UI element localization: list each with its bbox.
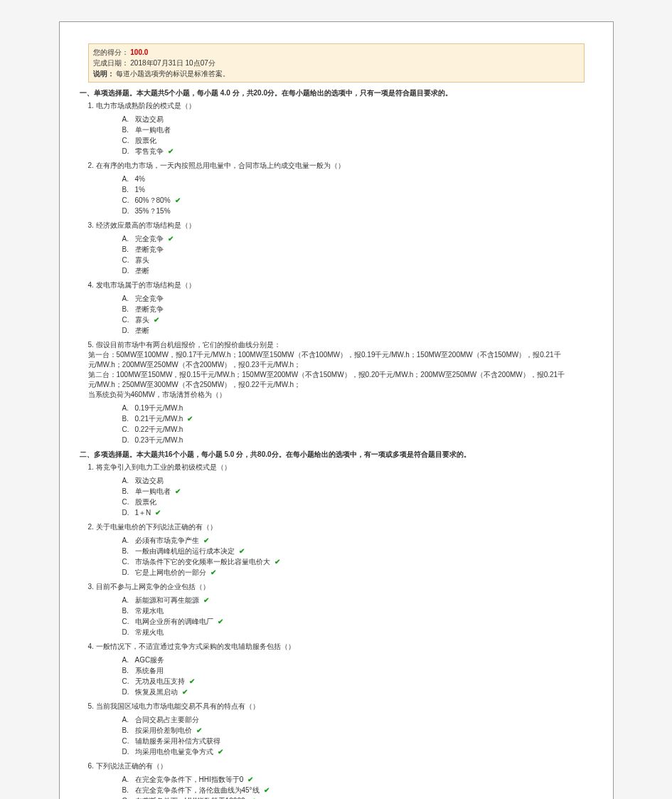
option-row: B.系统备用 bbox=[122, 665, 585, 676]
s2q6-text: 6. 下列说法正确的有（） bbox=[88, 761, 585, 771]
option-row: C.寡头✔ bbox=[122, 314, 585, 325]
option-row: C.股票化 bbox=[122, 135, 585, 146]
option-row: C.股票化 bbox=[122, 497, 585, 507]
s2q1-options: A.双边交易B.单一购电者✔C.股票化D.1＋N✔ bbox=[122, 475, 585, 518]
option-text: 辅助服务采用补偿方式获得 bbox=[135, 737, 220, 745]
option-letter: B. bbox=[122, 486, 135, 497]
option-letter: C. bbox=[122, 736, 135, 746]
option-text: 股票化 bbox=[135, 498, 156, 506]
check-icon: ✔ bbox=[168, 147, 174, 155]
option-letter: A. bbox=[122, 595, 135, 605]
option-text: 双边交易 bbox=[135, 477, 164, 485]
option-letter: B. bbox=[122, 546, 135, 556]
option-letter: B. bbox=[122, 785, 135, 795]
option-letter: C. bbox=[122, 195, 135, 206]
option-text: 单一购电者 bbox=[135, 487, 171, 495]
option-text: 寡头 bbox=[135, 256, 149, 264]
option-letter: A. bbox=[122, 475, 135, 486]
check-icon: ✔ bbox=[239, 547, 245, 555]
q5-line2: 第二台：100MW至150MW，报0.15千元/MW.h；150MW至200MW… bbox=[88, 370, 585, 390]
option-text: 垄断竞争 bbox=[135, 305, 164, 313]
score-header-box: 您的得分： 100.0 完成日期： 2018年07月31日 10点07分 说明：… bbox=[88, 43, 585, 83]
option-letter: A. bbox=[122, 714, 135, 725]
option-letter: C. bbox=[122, 314, 135, 325]
option-letter: B. bbox=[122, 304, 135, 314]
option-row: C.电网企业所有的调峰电厂✔ bbox=[122, 616, 585, 627]
option-letter: B. bbox=[122, 725, 135, 736]
s2q3-options: A.新能源和可再生能源✔B.常规水电C.电网企业所有的调峰电厂✔D.常规火电 bbox=[122, 595, 585, 637]
option-text: 寡头 bbox=[135, 316, 149, 324]
option-letter: B. bbox=[122, 244, 135, 255]
option-letter: B. bbox=[122, 413, 135, 424]
option-row: A.完全竞争 bbox=[122, 293, 585, 304]
option-row: A.0.19千元/MW.h bbox=[122, 403, 585, 413]
option-letter: B. bbox=[122, 605, 135, 616]
option-row: D.0.23千元/MW.h bbox=[122, 435, 585, 445]
date-value: 2018年07月31日 10点07分 bbox=[130, 59, 215, 67]
option-row: A.AGC服务 bbox=[122, 655, 585, 665]
option-row: B.垄断竞争 bbox=[122, 244, 585, 255]
option-row: B.单一购电者✔ bbox=[122, 486, 585, 497]
option-text: 一般由调峰机组的运行成本决定 bbox=[135, 547, 235, 555]
option-letter: A. bbox=[122, 655, 135, 665]
date-label: 完成日期： bbox=[93, 59, 129, 67]
document-page: 您的得分： 100.0 完成日期： 2018年07月31日 10点07分 说明：… bbox=[59, 21, 614, 799]
option-text: 垄断 bbox=[135, 327, 149, 334]
option-text: 1＋N bbox=[135, 509, 151, 517]
option-letter: A. bbox=[122, 774, 135, 785]
option-letter: D. bbox=[122, 146, 135, 157]
option-row: A.双边交易 bbox=[122, 114, 585, 125]
q1-text: 1. 电力市场成熟阶段的模式是（） bbox=[88, 101, 585, 111]
option-text: 股票化 bbox=[135, 137, 156, 144]
score-label: 您的得分： bbox=[93, 48, 129, 56]
option-letter: D. bbox=[122, 265, 135, 276]
check-icon: ✔ bbox=[210, 568, 216, 576]
option-text: 垄断竞争 bbox=[135, 245, 164, 253]
option-text: 4% bbox=[135, 175, 145, 183]
check-icon: ✔ bbox=[274, 558, 280, 566]
option-row: D.垄断 bbox=[122, 325, 585, 336]
option-row: B.垄断竞争 bbox=[122, 304, 585, 314]
option-row: D.垄断 bbox=[122, 265, 585, 276]
option-text: AGC服务 bbox=[135, 656, 165, 664]
option-letter: D. bbox=[122, 507, 135, 518]
option-row: B.0.21千元/MW.h✔ bbox=[122, 413, 585, 424]
check-icon: ✔ bbox=[175, 487, 181, 495]
option-row: C.市场条件下它的变化频率一般比容量电价大✔ bbox=[122, 556, 585, 567]
option-text: 双边交易 bbox=[135, 115, 164, 123]
q4-text: 4. 发电市场属于的市场结构是（） bbox=[88, 280, 585, 290]
option-row: D.均采用电价电量竞争方式✔ bbox=[122, 746, 585, 757]
option-row: C.0.22千元/MW.h bbox=[122, 424, 585, 435]
option-letter: A. bbox=[122, 293, 135, 304]
option-row: B.单一购电者 bbox=[122, 125, 585, 135]
option-letter: B. bbox=[122, 184, 135, 195]
s2q3-text: 3. 目前不参与上网竞争的企业包括（） bbox=[88, 582, 585, 592]
option-row: C.寡头 bbox=[122, 255, 585, 265]
option-text: 0.19千元/MW.h bbox=[135, 404, 183, 412]
option-letter: C. bbox=[122, 616, 135, 627]
option-letter: C. bbox=[122, 795, 135, 799]
check-icon: ✔ bbox=[218, 618, 223, 625]
check-icon: ✔ bbox=[247, 776, 253, 783]
option-letter: C. bbox=[122, 497, 135, 507]
check-icon: ✔ bbox=[175, 196, 181, 204]
q5-line1: 第一台：50MW至100MW，报0.17千元/MW.h；100MW至150MW（… bbox=[88, 350, 585, 370]
option-letter: B. bbox=[122, 125, 135, 135]
check-icon: ✔ bbox=[189, 677, 195, 685]
option-text: 在完全竞争条件下，HHI指数等于0 bbox=[135, 776, 244, 783]
option-letter: D. bbox=[122, 435, 135, 445]
check-icon: ✔ bbox=[196, 726, 202, 734]
option-row: A.在完全竞争条件下，HHI指数等于0✔ bbox=[122, 774, 585, 785]
option-row: A.双边交易 bbox=[122, 475, 585, 486]
option-row: C.在垄断条件下，HHI指数等于10000✔ bbox=[122, 795, 585, 799]
option-row: D.恢复及黑启动✔ bbox=[122, 687, 585, 697]
option-letter: A. bbox=[122, 403, 135, 413]
option-text: 0.22千元/MW.h bbox=[135, 425, 183, 433]
s2q4-text: 4. 一般情况下，不适宜通过竞争方式采购的发电辅助服务包括（） bbox=[88, 642, 585, 652]
check-icon: ✔ bbox=[182, 688, 188, 696]
option-text: 单一购电者 bbox=[135, 126, 171, 134]
option-text: 常规火电 bbox=[135, 628, 164, 636]
option-row: C.辅助服务采用补偿方式获得 bbox=[122, 736, 585, 746]
q4-options: A.完全竞争B.垄断竞争C.寡头✔D.垄断 bbox=[122, 293, 585, 336]
q5-line3: 当系统负荷为460MW，市场清算价格为（） bbox=[88, 390, 585, 400]
